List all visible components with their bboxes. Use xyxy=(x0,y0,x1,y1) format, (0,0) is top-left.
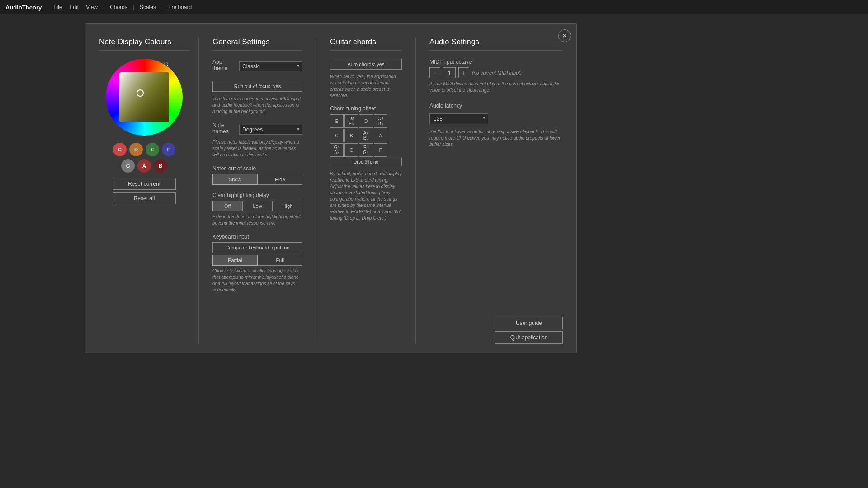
note-a[interactable]: A xyxy=(137,159,151,173)
chord-C[interactable]: C xyxy=(330,129,344,142)
highlight-delay-group: Off Low High xyxy=(212,201,302,211)
chord-D[interactable]: D xyxy=(359,114,373,128)
app-name: AudioTheory xyxy=(5,4,42,11)
tuning-desc: By default, guitar chords will display r… xyxy=(330,171,402,221)
bottom-buttons: User guide Quit application xyxy=(495,317,563,344)
sep2: | xyxy=(133,4,134,10)
full-button[interactable]: Full xyxy=(258,255,303,266)
keyboard-input-row: Keyboard input Computer keyboard input: … xyxy=(212,234,302,293)
midi-octave-label: MIDI input octave xyxy=(429,59,563,65)
drop-6th-row: Drop 6th: no xyxy=(330,158,402,166)
menu-file[interactable]: File xyxy=(50,4,66,10)
general-settings-section: General Settings App theme Classic Dark … xyxy=(198,38,316,344)
app-theme-label: App theme xyxy=(212,59,235,71)
note-names-select-wrap[interactable]: Degrees Letters Solfège xyxy=(239,125,302,135)
keyboard-input-desc: Choose between a smaller (partial) overl… xyxy=(212,268,302,293)
run-focus-row: Run out of focus: yes Turn this on to co… xyxy=(212,81,302,115)
audio-settings-section: Audio Settings MIDI input octave - 1 + (… xyxy=(415,38,563,344)
note-d[interactable]: D xyxy=(129,143,143,156)
note-f[interactable]: F xyxy=(162,143,175,156)
octave-plus-button[interactable]: + xyxy=(458,67,469,78)
guitar-chords-section: Guitar chords Auto chords: yes When set … xyxy=(316,38,415,344)
chord-Cs-Db[interactable]: C♯ D♭ xyxy=(374,114,387,128)
midi-desc: If your MIDI device does not play at the… xyxy=(429,81,563,94)
note-colors-section: Note Display Colours C D E F G A B xyxy=(99,38,198,344)
keyboard-input-button[interactable]: Computer keyboard input: no xyxy=(212,242,302,253)
note-c[interactable]: C xyxy=(113,143,127,156)
menubar: AudioTheory File Edit View | Chords | Sc… xyxy=(0,0,868,14)
note-names-row: Note names Degrees Letters Solfège Pleas… xyxy=(212,122,302,158)
general-settings-title: General Settings xyxy=(212,38,302,51)
color-picker-square[interactable] xyxy=(119,72,169,122)
note-colors-title: Note Display Colours xyxy=(99,38,189,51)
clear-highlight-row: Clear highlighting delay Off Low High Ex… xyxy=(212,192,302,226)
chord-F[interactable]: F xyxy=(374,143,387,157)
menu-view[interactable]: View xyxy=(82,4,101,10)
note-e[interactable]: E xyxy=(146,143,159,156)
chord-E[interactable]: E xyxy=(330,114,344,128)
settings-dialog: ✕ Note Display Colours C D E F xyxy=(85,23,577,353)
color-wheel-container[interactable] xyxy=(106,59,183,136)
chord-G[interactable]: G xyxy=(344,143,358,157)
midi-note-label: (no current MIDI input) xyxy=(472,70,522,75)
chord-A[interactable]: A xyxy=(374,129,387,142)
user-guide-button[interactable]: User guide xyxy=(495,317,563,329)
latency-select[interactable]: 64 128 256 512 xyxy=(429,113,488,124)
latency-select-wrap[interactable]: 64 128 256 512 xyxy=(429,113,488,124)
note-g[interactable]: G xyxy=(121,159,135,173)
low-button[interactable]: Low xyxy=(242,201,272,211)
hue-indicator xyxy=(164,62,168,66)
audio-settings-title: Audio Settings xyxy=(429,38,563,51)
off-button[interactable]: Off xyxy=(212,201,242,211)
keyboard-layout-group: Partial Full xyxy=(212,255,302,266)
note-names-select[interactable]: Degrees Letters Solfège xyxy=(239,125,302,135)
auto-chords-button[interactable]: Auto chords: yes xyxy=(330,59,402,70)
partial-button[interactable]: Partial xyxy=(212,255,258,266)
latency-label: Audio latency xyxy=(429,103,563,109)
chord-tuning-label: Chord tuning offset xyxy=(330,105,402,112)
quit-button[interactable]: Quit application xyxy=(495,331,563,344)
note-circles-row2: G A B xyxy=(99,159,189,173)
auto-chords-desc: When set to 'yes', the application will … xyxy=(330,74,402,99)
menu-edit[interactable]: Edit xyxy=(66,4,83,10)
app-theme-row: App theme Classic Dark Light xyxy=(212,59,302,74)
sep1: | xyxy=(103,4,104,10)
chord-Ds-Eb[interactable]: D♯ E♭ xyxy=(344,114,358,128)
octave-value: 1 xyxy=(443,67,456,78)
clear-highlight-label: Clear highlighting delay xyxy=(212,192,302,198)
chord-As-Bb[interactable]: A♯ B♭ xyxy=(359,129,373,142)
note-names-desc: Please note: labels will only display wh… xyxy=(212,139,302,158)
reset-current-button[interactable]: Reset current xyxy=(113,178,176,190)
menu-scales[interactable]: Scales xyxy=(136,4,160,10)
sep3: | xyxy=(161,4,163,10)
app-theme-select[interactable]: Classic Dark Light xyxy=(239,61,302,71)
midi-octave-row: - 1 + (no current MIDI input) xyxy=(429,67,563,78)
chord-Gs-Ab[interactable]: G♯ A♭ xyxy=(330,143,344,157)
note-circles-row1: C D E F xyxy=(99,143,189,156)
octave-minus-button[interactable]: - xyxy=(429,67,440,78)
show-hide-group: Show Hide xyxy=(212,174,302,185)
run-focus-desc: Turn this on to continue receiving MIDI … xyxy=(212,96,302,115)
menu-fretboard[interactable]: Fretboard xyxy=(165,4,195,10)
menu-chords[interactable]: Chords xyxy=(106,4,131,10)
run-focus-button[interactable]: Run out of focus: yes xyxy=(212,81,302,92)
guitar-chords-title: Guitar chords xyxy=(330,38,402,51)
latency-desc: Set this to a lower value for more respo… xyxy=(429,129,563,148)
note-b[interactable]: B xyxy=(154,159,167,173)
note-names-label: Note names xyxy=(212,122,235,135)
reset-all-button[interactable]: Reset all xyxy=(113,192,176,204)
drop-6th-button[interactable]: Drop 6th: no xyxy=(330,158,402,166)
show-button[interactable]: Show xyxy=(212,174,258,185)
chord-Fs-Gb[interactable]: F♯ G♭ xyxy=(359,143,373,157)
chord-B[interactable]: B xyxy=(344,129,358,142)
close-icon: ✕ xyxy=(562,32,567,39)
high-button[interactable]: High xyxy=(273,201,302,211)
notes-out-scale-row: Notes out of scale Show Hide xyxy=(212,165,302,185)
chord-grid: E D♯ E♭ D C♯ D♭ C B A♯ B♭ A G♯ A♭ G F♯ G… xyxy=(330,114,402,166)
clear-highlight-desc: Extend the duration of the highlighting … xyxy=(212,214,302,226)
close-button[interactable]: ✕ xyxy=(558,29,571,42)
keyboard-input-label: Keyboard input xyxy=(212,234,302,240)
hide-button[interactable]: Hide xyxy=(258,174,303,185)
app-theme-select-wrap[interactable]: Classic Dark Light xyxy=(239,61,302,71)
notes-out-scale-label: Notes out of scale xyxy=(212,165,302,172)
